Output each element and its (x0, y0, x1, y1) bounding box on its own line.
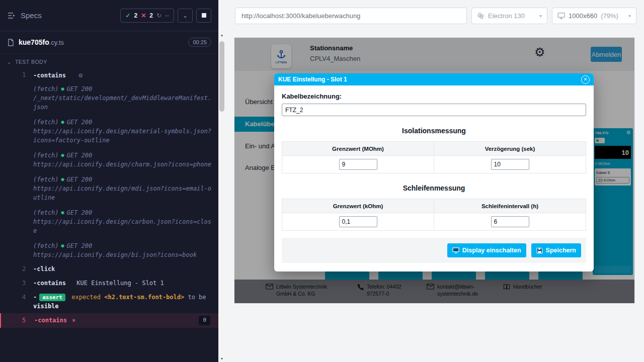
assert-expected: expected (71, 294, 101, 301)
test-body-label: TEST BODY (15, 59, 47, 65)
pending-count: -- (165, 12, 169, 19)
display-on-button[interactable]: Display einschalten (447, 243, 526, 257)
fetch-entry[interactable]: (fetch) ● GET 200 https://api.iconify.de… (33, 208, 213, 235)
specs-label[interactable]: Specs (21, 11, 42, 20)
gear-icon[interactable]: ⚙ (78, 71, 83, 79)
fetch-url: https://api.iconify.design/charm.json?ic… (33, 160, 213, 169)
fetch-entry[interactable]: (fetch) ● GET 200 https://api.iconify.de… (33, 151, 213, 169)
run-stats[interactable]: ✓ 2 ✕ 2 ↻ -- (120, 9, 174, 23)
command-contains-failed[interactable]: -contains (34, 316, 67, 325)
assert-badge: assert (39, 294, 65, 301)
kue-settings-modal: KUE Einstellung - Slot 1 ✕ Kabelbezeichn… (274, 73, 594, 272)
match-count-badge: 0 (199, 316, 210, 325)
fetch-label: (fetch) (33, 175, 59, 184)
spec-file-icon (7, 39, 15, 46)
cypress-reporter: Specs ✓ 2 ✕ 2 ↻ -- ⌄ (0, 0, 218, 362)
assert-target: <h2.text-sm.font-bold> (104, 294, 184, 301)
save-button[interactable]: Speichern (531, 243, 581, 257)
browser-name: Electron 130 (488, 12, 525, 20)
passed-count: 2 (134, 12, 138, 19)
status-dot-icon: ● (61, 209, 64, 216)
command-row[interactable]: 1 -contains ⚙ (fetch) ● GET 200 /_next/s… (0, 68, 218, 262)
reporter-header: Specs ✓ 2 ✕ 2 ↻ -- ⌄ (0, 0, 218, 31)
command-click[interactable]: -click (33, 265, 55, 273)
fetch-url: https://api.iconify.design/material-symb… (33, 127, 213, 145)
zoom-level: (79%) (601, 12, 618, 20)
fetch-label: (fetch) (33, 241, 59, 250)
loop-col1-header: Grenzwert (kOhm) (282, 199, 434, 213)
collapse-button[interactable]: ⌄ (178, 9, 193, 23)
fetch-status: GET 200 (67, 208, 93, 217)
failed-count: 2 (149, 12, 153, 19)
command-contains[interactable]: -contains (33, 280, 66, 287)
scroll-up-icon[interactable]: ▲ (218, 31, 225, 38)
save-floppy-icon (536, 247, 543, 254)
line-number: 2 (0, 264, 33, 274)
fetch-url: https://api.iconify.design/mdi.json?icon… (33, 184, 213, 202)
failed-icon: ✕ (141, 12, 146, 19)
reporter-scrollbar[interactable]: ▲ ▼ (218, 31, 225, 362)
spec-file-row[interactable]: kue705fo .cy.ts 00:25 (0, 31, 218, 54)
viewport-select[interactable]: 1000x660 (79%) ▾ (552, 8, 636, 24)
loop-limit-input[interactable] (339, 216, 377, 227)
passed-icon: ✓ (125, 12, 130, 19)
app-under-test: LITTWIN Stationsname CPLV4_Maschen ⚙ Abm… (234, 38, 634, 303)
fetch-url: https://api.iconify.design/carbon.json?i… (33, 217, 213, 235)
fetch-status: GET 200 (67, 151, 93, 160)
iso-limit-input[interactable] (339, 159, 377, 170)
modal-header: KUE Einstellung - Slot 1 ✕ (274, 73, 594, 85)
assert-dash: - (33, 294, 37, 301)
stop-run-button[interactable] (196, 9, 211, 23)
status-dot-icon: ● (61, 118, 64, 126)
isolation-table: Grenzwert (MOhm) Verzögerung (sek) (282, 141, 586, 173)
fetch-label: (fetch) (33, 118, 59, 127)
stop-icon (202, 13, 206, 18)
command-row[interactable]: 2 -click (0, 262, 218, 276)
assert-row[interactable]: 4 -assert expected <h2.text-sm.font-bold… (0, 290, 218, 314)
fetch-log: (fetch) ● GET 200 /_next/static/developm… (33, 84, 213, 259)
loop-interval-input[interactable] (491, 216, 529, 227)
modal-title: KUE Einstellung - Slot 1 (278, 76, 347, 83)
assert-visible: visible (33, 303, 59, 310)
command-contains[interactable]: -contains (33, 72, 66, 79)
loop-table: Grenzwert (kOhm) Schleifenintervall (h) (282, 199, 586, 231)
fetch-status: GET 200 (67, 84, 93, 94)
url-input[interactable] (235, 8, 467, 24)
fetch-status: GET 200 (67, 241, 93, 250)
pending-icon: ↻ (156, 12, 162, 19)
status-dot-icon: ● (61, 175, 64, 183)
assert-text: to be (188, 294, 206, 301)
monitor-icon (557, 13, 565, 20)
iso-col1-header: Grenzwert (MOhm) (282, 142, 434, 156)
line-number: 1 (0, 70, 33, 259)
scrollbar-thumb[interactable] (219, 41, 224, 112)
close-icon[interactable]: ✕ (581, 75, 590, 84)
display-icon (452, 247, 459, 253)
test-body-header[interactable]: ⌄ TEST BODY (0, 54, 218, 68)
command-row[interactable]: 3 -contains KUE Einstellung - Slot 1 (0, 276, 218, 290)
scroll-down-icon[interactable]: ▼ (218, 355, 225, 362)
iso-delay-input[interactable] (491, 159, 529, 170)
fetch-entry[interactable]: (fetch) ● GET 200 https://api.iconify.de… (33, 175, 213, 202)
chevron-down-icon: ⌄ (7, 59, 12, 65)
status-dot-icon: ● (61, 85, 64, 93)
spec-name: kue705fo (19, 38, 49, 46)
fetch-entry[interactable]: (fetch) ● GET 200 /_next/static/developm… (33, 84, 213, 112)
browser-select[interactable]: Electron 130 ▾ (471, 8, 547, 24)
fetch-label: (fetch) (33, 208, 59, 217)
specs-icon[interactable] (7, 11, 16, 20)
failed-command-row[interactable]: 5 -contains × 0 (0, 313, 218, 328)
screen: Specs ✓ 2 ✕ 2 ↻ -- ⌄ (0, 0, 644, 362)
fetch-entry[interactable]: (fetch) ● GET 200 https://api.iconify.de… (33, 118, 213, 145)
modal-footer: Display einschalten Speichern (282, 238, 586, 263)
fetch-url: https://api.iconify.design/bi.json?icons… (33, 250, 213, 259)
cable-name-input[interactable] (282, 104, 586, 116)
chevron-down-icon: ▾ (628, 13, 631, 19)
fetch-status: GET 200 (67, 175, 93, 184)
cable-name-label: Kabelbezeichnung: (282, 93, 586, 100)
command-argument: KUE Einstellung - Slot 1 (76, 280, 164, 287)
fetch-entry[interactable]: (fetch) ● GET 200 https://api.iconify.de… (33, 241, 213, 259)
line-number: 3 (0, 279, 33, 288)
isolation-section-title: Isolationsmessung (282, 127, 586, 135)
line-number: 4 (0, 293, 33, 311)
